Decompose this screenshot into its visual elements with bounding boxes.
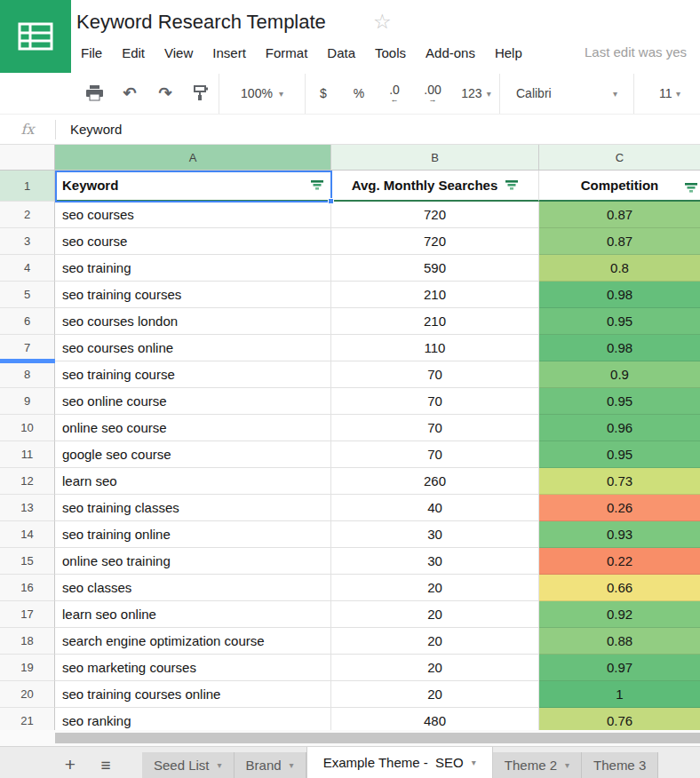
row-number[interactable]: 15 (0, 548, 55, 575)
keyword-cell[interactable]: seo courses online (55, 335, 331, 361)
searches-cell[interactable]: 720 (331, 202, 539, 228)
keyword-cell[interactable]: seo training classes (55, 495, 331, 521)
row-number[interactable]: 11 (0, 441, 55, 468)
searches-cell[interactable]: 20 (331, 681, 539, 708)
menu-tools[interactable]: Tools (365, 41, 416, 65)
column-header-b[interactable]: B (331, 145, 539, 171)
keyword-cell[interactable]: seo training online (55, 521, 331, 548)
filter-icon[interactable] (505, 178, 518, 193)
competition-cell[interactable]: 0.88 (539, 628, 700, 655)
row-number[interactable]: 12 (0, 468, 55, 495)
searches-cell[interactable]: 20 (331, 575, 539, 601)
column-header-c[interactable]: C (539, 145, 700, 171)
searches-cell[interactable]: 260 (331, 468, 539, 495)
searches-cell[interactable]: 110 (331, 335, 539, 361)
menu-help[interactable]: Help (485, 41, 532, 65)
competition-cell[interactable]: 0.96 (539, 415, 700, 441)
document-title[interactable]: Keyword Research Template (76, 11, 326, 34)
menu-view[interactable]: View (155, 41, 203, 65)
keyword-cell[interactable]: seo classes (55, 575, 331, 601)
keyword-cell[interactable]: online seo training (55, 548, 331, 575)
searches-cell[interactable]: 20 (331, 628, 539, 655)
menu-addons[interactable]: Add-ons (416, 41, 485, 65)
keyword-cell[interactable]: google seo course (55, 441, 331, 468)
row-number[interactable]: 10 (0, 415, 55, 441)
searches-cell[interactable]: 30 (331, 521, 539, 548)
keyword-cell[interactable]: seo marketing courses (55, 655, 331, 681)
decrease-decimal-button[interactable]: .0← (377, 73, 412, 114)
searches-cell[interactable]: 480 (331, 708, 539, 730)
row-number[interactable]: 17 (0, 601, 55, 628)
format-percent-button[interactable]: % (341, 73, 377, 114)
row-number[interactable]: 18 (0, 628, 55, 655)
undo-button[interactable]: ↶ (112, 73, 147, 114)
searches-cell[interactable]: 20 (331, 601, 539, 628)
searches-cell[interactable]: 70 (331, 361, 539, 388)
keyword-cell[interactable]: online seo course (55, 415, 331, 441)
tab-menu-arrow-icon[interactable]: ▾ (565, 760, 569, 770)
keyword-cell[interactable]: seo courses london (55, 308, 331, 335)
keyword-cell[interactable]: seo training courses (55, 282, 331, 308)
competition-cell[interactable]: 0.87 (539, 202, 700, 228)
row-number[interactable]: 4 (0, 255, 55, 282)
menu-insert[interactable]: Insert (203, 41, 256, 65)
searches-cell[interactable]: 70 (331, 388, 539, 415)
sheet-tab-theme-3[interactable]: Theme 3 (582, 752, 658, 778)
sheet-tab-theme-2[interactable]: Theme 2 ▾ (493, 752, 582, 778)
row-number[interactable]: 3 (0, 228, 55, 255)
row-number[interactable]: 6 (0, 308, 55, 335)
all-sheets-button[interactable]: ≡ (94, 757, 117, 774)
filter-icon[interactable] (685, 180, 697, 195)
tab-menu-arrow-icon[interactable]: ▾ (218, 760, 222, 770)
menu-file[interactable]: File (71, 41, 112, 65)
font-select[interactable]: Calibri ▾ (500, 86, 633, 100)
competition-cell[interactable]: 0.95 (539, 388, 700, 415)
row-number[interactable]: 1 (0, 171, 55, 202)
add-sheet-button[interactable]: + (59, 755, 82, 774)
competition-cell[interactable]: 1 (539, 681, 700, 708)
sheet-tab-brand[interactable]: Brand ▾ (235, 752, 306, 778)
keyword-cell[interactable]: learn seo (55, 468, 331, 495)
menu-data[interactable]: Data (317, 41, 365, 65)
row-number[interactable]: 14 (0, 521, 55, 548)
tab-menu-arrow-icon[interactable]: ▾ (472, 758, 476, 767)
searches-cell[interactable]: 590 (331, 255, 539, 282)
competition-cell[interactable]: 0.98 (539, 282, 700, 308)
redo-button[interactable]: ↷ (147, 73, 183, 114)
keyword-cell[interactable]: seo course (55, 228, 331, 255)
keyword-header-cell[interactable]: Keyword (55, 171, 331, 202)
frozen-rows-divider[interactable] (0, 359, 55, 363)
competition-cell[interactable]: 0.26 (539, 495, 700, 521)
competition-cell[interactable]: 0.95 (539, 441, 700, 468)
competition-cell[interactable]: 0.93 (539, 521, 700, 548)
searches-cell[interactable]: 720 (331, 228, 539, 255)
star-icon[interactable]: ☆ (373, 10, 392, 34)
competition-cell[interactable]: 0.8 (539, 255, 700, 282)
competition-cell[interactable]: 0.9 (539, 361, 700, 388)
competition-cell[interactable]: 0.92 (539, 601, 700, 628)
paint-format-button[interactable] (183, 73, 219, 114)
horizontal-scrollbar[interactable] (0, 730, 700, 746)
row-number[interactable]: 5 (0, 282, 55, 308)
print-button[interactable] (76, 73, 112, 114)
row-number[interactable]: 21 (0, 708, 55, 730)
searches-cell[interactable]: 40 (331, 495, 539, 521)
formula-input[interactable]: Keyword (56, 122, 700, 137)
competition-cell[interactable]: 0.73 (539, 468, 700, 495)
row-number[interactable]: 19 (0, 655, 55, 681)
font-size-select[interactable]: 11 ▾ (634, 86, 700, 100)
row-number[interactable]: 8 (0, 361, 55, 388)
format-currency-button[interactable]: $ (306, 73, 341, 114)
row-number[interactable]: 20 (0, 681, 55, 708)
competition-cell[interactable]: 0.95 (539, 308, 700, 335)
increase-decimal-button[interactable]: .00→ (412, 73, 453, 114)
competition-cell[interactable]: 0.87 (539, 228, 700, 255)
row-number[interactable]: 13 (0, 495, 55, 521)
searches-cell[interactable]: 30 (331, 548, 539, 575)
competition-cell[interactable]: 0.76 (539, 708, 700, 730)
competition-cell[interactable]: 0.22 (539, 548, 700, 575)
keyword-cell[interactable]: seo training (55, 255, 331, 282)
competition-cell[interactable]: 0.97 (539, 655, 700, 681)
keyword-cell[interactable]: learn seo online (55, 601, 331, 628)
searches-cell[interactable]: 70 (331, 441, 539, 468)
